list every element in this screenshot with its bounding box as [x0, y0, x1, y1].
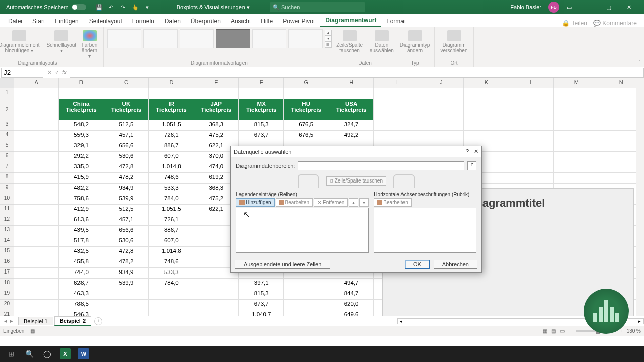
- move-up-button[interactable]: ▴: [349, 198, 358, 207]
- user-name[interactable]: Fabio Basler: [510, 4, 541, 10]
- col-header[interactable]: K: [464, 78, 509, 88]
- vertical-scrollbar[interactable]: [636, 78, 644, 316]
- col-header[interactable]: M: [554, 78, 599, 88]
- tab-daten[interactable]: Daten: [159, 16, 186, 27]
- chart-data-range-input[interactable]: [298, 161, 464, 170]
- remove-series-button[interactable]: ✕ Entfernen: [314, 198, 348, 207]
- comments-button[interactable]: 💬 Kommentare: [593, 20, 637, 27]
- tab-einfuegen[interactable]: Einfügen: [50, 16, 84, 27]
- add-sheet-button[interactable]: +: [94, 317, 102, 325]
- col-header[interactable]: F: [239, 78, 284, 88]
- change-colors-button[interactable]: Farben ändern ▾: [79, 29, 100, 60]
- undo-icon[interactable]: ↶: [107, 3, 115, 11]
- style-thumb[interactable]: [107, 29, 141, 48]
- ok-button[interactable]: OK: [405, 260, 430, 269]
- col-header[interactable]: J: [419, 78, 464, 88]
- tab-hilfe[interactable]: Hilfe: [256, 16, 278, 27]
- enter-icon[interactable]: ✓: [55, 69, 59, 76]
- chart-styles-gallery[interactable]: ▴▾⊟: [107, 29, 332, 48]
- avatar[interactable]: FB: [548, 2, 559, 13]
- col-header[interactable]: B: [59, 78, 104, 88]
- search-box[interactable]: 🔍 Suchen: [270, 2, 365, 12]
- col-header[interactable]: A: [14, 78, 59, 88]
- quick-layout-button[interactable]: Schnelllayout ▾: [45, 29, 78, 54]
- select-data-button[interactable]: Daten auswählen: [368, 29, 396, 54]
- change-chart-type-button[interactable]: Diagrammtyp ändern: [398, 29, 432, 54]
- col-header[interactable]: E: [194, 78, 239, 88]
- view-break-icon[interactable]: ▭: [560, 328, 565, 334]
- tab-diagrammentwurf[interactable]: Diagrammentwurf: [320, 15, 381, 27]
- gallery-up-icon[interactable]: ▴: [325, 30, 332, 36]
- touch-icon[interactable]: 👆: [131, 3, 139, 11]
- col-header[interactable]: G: [284, 78, 329, 88]
- minimize-button[interactable]: —: [579, 0, 599, 14]
- tab-format[interactable]: Format: [381, 16, 411, 27]
- tab-formeln[interactable]: Formeln: [127, 16, 159, 27]
- gallery-more-icon[interactable]: ⊟: [325, 42, 332, 48]
- search-taskbar-icon[interactable]: 🔍: [20, 347, 38, 361]
- sheet-tab[interactable]: Beispiel 1: [18, 317, 53, 325]
- workbook-title[interactable]: Boxplots & Visualisierungen ▾: [177, 4, 250, 11]
- tab-nav-prev-icon[interactable]: ◂: [4, 318, 7, 324]
- autosave-toggle[interactable]: Automatisches Speichern: [2, 4, 90, 10]
- hidden-cells-button[interactable]: Ausgeblendete und leere Zellen: [235, 260, 330, 269]
- share-button[interactable]: 🔒 Teilen: [562, 20, 587, 27]
- help-icon[interactable]: ?: [466, 148, 469, 155]
- tab-start[interactable]: Start: [27, 16, 50, 27]
- collapse-range-icon[interactable]: ↥: [467, 161, 476, 170]
- sheet-tab-active[interactable]: Beispiel 2: [54, 316, 91, 326]
- edit-axis-button[interactable]: Bearbeiten: [374, 198, 411, 207]
- toggle-icon[interactable]: [72, 4, 86, 10]
- col-header[interactable]: D: [149, 78, 194, 88]
- close-button[interactable]: ✕: [619, 0, 639, 14]
- tab-ansicht[interactable]: Ansicht: [226, 16, 256, 27]
- axis-labels-list[interactable]: [374, 208, 476, 253]
- collapse-ribbon-icon[interactable]: ˄: [638, 59, 641, 65]
- select-all-corner[interactable]: [0, 78, 14, 88]
- style-thumb-selected[interactable]: [216, 29, 250, 48]
- switch-row-col-button[interactable]: Zeile/Spalte tauschen: [334, 29, 365, 54]
- col-header[interactable]: C: [104, 78, 149, 88]
- edit-series-button[interactable]: Bearbeiten: [276, 198, 313, 207]
- style-thumb[interactable]: [252, 29, 286, 48]
- gallery-down-icon[interactable]: ▾: [325, 36, 332, 42]
- redo-icon[interactable]: ↷: [119, 3, 127, 11]
- name-box[interactable]: [1, 68, 43, 78]
- switch-row-col-button[interactable]: ⧉ Zeile/Spalte tauschen: [326, 176, 386, 186]
- view-page-icon[interactable]: ▤: [551, 328, 556, 334]
- ribbon-mode-icon[interactable]: ▭: [567, 4, 572, 11]
- tab-powerpivot[interactable]: Power Pivot: [278, 16, 320, 27]
- add-chart-element-button[interactable]: Diagrammelement hinzufügen ▾: [0, 29, 42, 54]
- start-button[interactable]: ⊞: [2, 347, 20, 361]
- formula-input[interactable]: [70, 68, 644, 78]
- col-header[interactable]: I: [374, 78, 419, 88]
- task-view-icon[interactable]: ◯: [38, 347, 56, 361]
- col-header[interactable]: H: [329, 78, 374, 88]
- legend-entries-list[interactable]: [236, 208, 369, 253]
- fx-icon[interactable]: fx: [62, 69, 67, 76]
- tab-datei[interactable]: Datei: [3, 16, 27, 27]
- macro-record-icon[interactable]: ▦: [30, 328, 35, 334]
- word-taskbar-icon[interactable]: W: [74, 347, 93, 361]
- dropdown-icon[interactable]: ▾: [143, 3, 151, 11]
- tab-nav-next-icon[interactable]: ▸: [10, 318, 13, 324]
- zoom-level[interactable]: 130 %: [627, 328, 641, 334]
- style-thumb[interactable]: [288, 29, 323, 48]
- move-chart-button[interactable]: Diagramm verschieben: [439, 29, 470, 54]
- style-thumb[interactable]: [143, 29, 178, 48]
- cancel-icon[interactable]: ✕: [47, 69, 52, 76]
- close-icon[interactable]: ✕: [474, 148, 478, 155]
- maximize-button[interactable]: ▢: [599, 0, 619, 14]
- move-down-button[interactable]: ▾: [359, 198, 369, 207]
- cancel-button[interactable]: Abbrechen: [434, 260, 477, 269]
- col-header[interactable]: L: [509, 78, 554, 88]
- save-icon[interactable]: 💾: [95, 3, 103, 11]
- tab-seitenlayout[interactable]: Seitenlayout: [84, 16, 127, 27]
- zoom-in-icon[interactable]: +: [620, 328, 623, 334]
- zoom-out-icon[interactable]: −: [569, 328, 572, 334]
- tab-ueberpruefen[interactable]: Überprüfen: [186, 16, 226, 27]
- view-normal-icon[interactable]: ▦: [543, 328, 547, 334]
- style-thumb[interactable]: [180, 29, 214, 48]
- add-series-button[interactable]: Hinzufügen: [236, 198, 275, 207]
- excel-taskbar-icon[interactable]: X: [56, 347, 74, 361]
